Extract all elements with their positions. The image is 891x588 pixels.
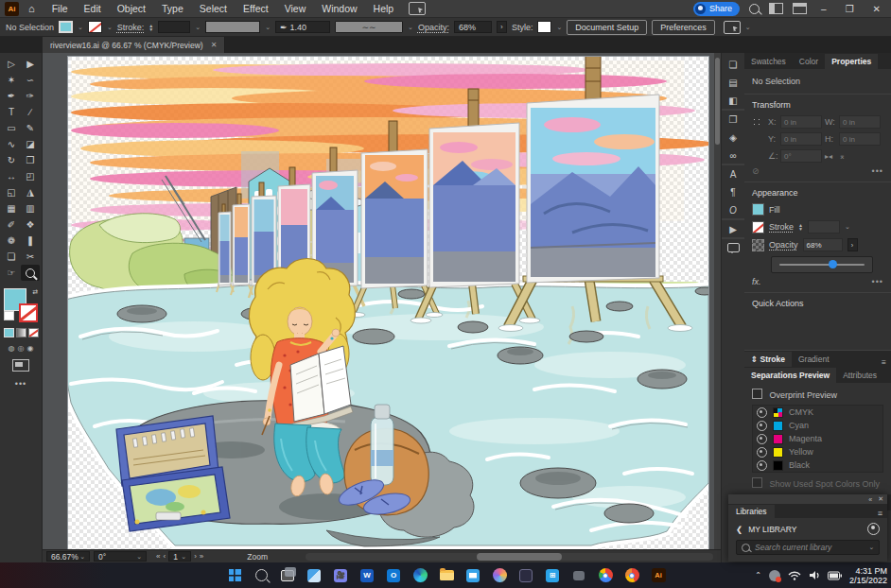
draw-behind-icon[interactable]: ◎ <box>18 344 25 353</box>
tab-separations-preview[interactable]: Separations Preview <box>744 368 836 383</box>
opacity-link[interactable]: Opacity: <box>418 23 449 32</box>
stroke-weight-dd2[interactable]: ⌄ <box>845 223 850 231</box>
opentype-icon[interactable]: O <box>729 204 737 216</box>
file-explorer-icon[interactable] <box>435 564 458 587</box>
slice-tool[interactable]: ✂ <box>21 249 40 265</box>
menu-window[interactable]: Window <box>322 3 357 14</box>
tab-gradient[interactable]: Gradient <box>792 352 836 367</box>
flip-horizontal-icon[interactable]: ▸◂ <box>825 152 836 161</box>
vertical-scrollbar[interactable] <box>714 53 721 549</box>
stroke-weight-dropdown-icon[interactable]: ⌄ <box>195 24 201 31</box>
word-icon[interactable]: W <box>356 564 378 587</box>
curvature-tool[interactable]: ✑ <box>21 88 40 104</box>
flip-vertical-icon[interactable]: ⌅ <box>839 152 881 161</box>
battery-icon[interactable] <box>828 571 842 580</box>
last-artboard-icon[interactable]: » <box>200 552 203 561</box>
style-swatch[interactable] <box>537 21 551 33</box>
opacity-expand2[interactable]: › <box>847 238 858 251</box>
stroke-weight-stepper[interactable]: ▲▼ <box>148 24 153 31</box>
search-icon[interactable] <box>749 4 760 14</box>
rectangle-tool[interactable]: ▭ <box>2 120 21 136</box>
stroke-weight-field2[interactable] <box>808 220 840 233</box>
tab-color[interactable]: Color <box>793 54 825 69</box>
angle-field[interactable]: 0° <box>780 149 822 163</box>
opacity-expand-button[interactable]: › <box>497 21 507 33</box>
menu-effect[interactable]: Effect <box>243 3 269 14</box>
actions-icon[interactable]: ▶ <box>729 223 737 234</box>
menu-edit[interactable]: Edit <box>84 3 101 14</box>
reference-point-locator[interactable] <box>752 117 762 128</box>
close-button[interactable]: ✕ <box>868 4 885 14</box>
prev-artboard-icon[interactable]: ‹ <box>163 552 166 561</box>
app-logo-icon[interactable]: Ai <box>5 2 19 16</box>
canvas-area[interactable] <box>43 53 721 549</box>
free-transform-tool[interactable]: ◰ <box>21 168 40 184</box>
plate-row-yellow[interactable]: Yellow <box>753 445 882 458</box>
type-tool[interactable]: T <box>2 104 21 120</box>
appearance-fill-swatch[interactable] <box>752 203 764 216</box>
preferences-button[interactable]: Preferences <box>652 20 715 35</box>
align-dropdown-icon[interactable]: ⌄ <box>745 24 751 31</box>
utility-icon[interactable] <box>568 564 590 587</box>
menu-view[interactable]: View <box>285 3 306 14</box>
share-button[interactable]: Share <box>693 2 740 16</box>
selection-tool[interactable]: ▷ <box>2 56 21 72</box>
horizontal-scrollbar-thumb[interactable] <box>477 553 562 561</box>
tab-libraries[interactable]: Libraries <box>728 505 775 518</box>
visibility-eye-icon[interactable] <box>757 460 767 471</box>
pen-tool[interactable]: ✒ <box>2 88 21 104</box>
stroke-weight-field[interactable] <box>158 21 190 33</box>
tab-close-icon[interactable]: ✕ <box>211 41 218 49</box>
visibility-eye-icon[interactable] <box>757 407 767 418</box>
paragraph-icon[interactable]: ¶ <box>730 186 735 198</box>
fx-button[interactable]: fx. <box>752 277 761 286</box>
libraries-menu-icon[interactable]: ≡ <box>878 509 887 518</box>
zoom-tool[interactable] <box>21 265 40 281</box>
w-field[interactable]: 0 in <box>839 115 881 129</box>
horizontal-scrollbar[interactable] <box>306 553 713 561</box>
first-artboard-icon[interactable]: « <box>156 552 160 561</box>
swap-fill-stroke-icon[interactable]: ⇄ <box>32 288 38 296</box>
gradient-mode-button[interactable] <box>16 328 26 337</box>
rotate-tool[interactable]: ↻ <box>2 152 21 168</box>
tab-stroke[interactable]: ⇕ Stroke <box>744 352 792 367</box>
stroke-link[interactable]: Stroke: <box>117 23 145 32</box>
width-profile-field[interactable] <box>205 21 260 33</box>
shape-builder-tool[interactable]: ◱ <box>2 184 21 200</box>
home-icon[interactable]: ⌂ <box>28 3 35 14</box>
taskbar-search-icon[interactable] <box>250 564 272 587</box>
fill-dropdown-icon[interactable]: ⌄ <box>78 24 83 31</box>
edge-icon[interactable] <box>409 564 431 587</box>
artboard-number-dropdown[interactable]: 1⌄ <box>168 551 191 562</box>
hand-tool[interactable]: ☞ <box>2 265 21 281</box>
close-panel-icon[interactable]: ✕ <box>878 495 883 503</box>
default-fill-stroke-icon[interactable] <box>4 311 14 320</box>
plate-row-black[interactable]: Black <box>753 458 882 472</box>
store-icon[interactable]: ⊞ <box>541 564 564 587</box>
fill-stroke-indicator[interactable]: ⇄ <box>4 288 38 322</box>
notification-app-icon[interactable] <box>769 570 780 581</box>
eyedropper-tool[interactable]: ✐ <box>2 216 21 233</box>
eraser-tool[interactable]: ◪ <box>21 136 40 152</box>
h-field[interactable]: 0 in <box>839 132 881 146</box>
artboard-tool[interactable]: ❏ <box>2 249 21 265</box>
character-icon[interactable]: A <box>730 168 737 180</box>
tab-swatches[interactable]: Swatches <box>744 54 793 69</box>
draw-normal-icon[interactable]: ◍ <box>9 344 15 353</box>
transform-icon[interactable]: ❐ <box>729 113 738 125</box>
direct-selection-tool[interactable]: ▶ <box>21 56 40 72</box>
fill-swatch[interactable] <box>59 21 73 33</box>
scale-tool[interactable]: ❐ <box>21 152 40 168</box>
perspective-grid-tool[interactable]: ◮ <box>21 184 40 200</box>
artboards-icon[interactable]: ❏ <box>729 59 738 70</box>
plate-row-cyan[interactable]: Cyan <box>753 419 882 432</box>
draw-inside-icon[interactable]: ◉ <box>26 344 33 353</box>
volume-icon[interactable] <box>809 570 820 580</box>
style-dropdown-icon[interactable]: ⌄ <box>556 24 562 31</box>
rotation-dropdown[interactable]: 0°⌄ <box>94 551 147 562</box>
blend-tool[interactable]: ❖ <box>21 216 40 233</box>
column-graph-tool[interactable]: ❚ <box>21 233 40 249</box>
illustrator-taskbar-icon[interactable]: Ai <box>647 564 670 587</box>
tab-attributes[interactable]: Attributes <box>836 368 883 383</box>
stroke-swatch[interactable] <box>88 21 102 33</box>
